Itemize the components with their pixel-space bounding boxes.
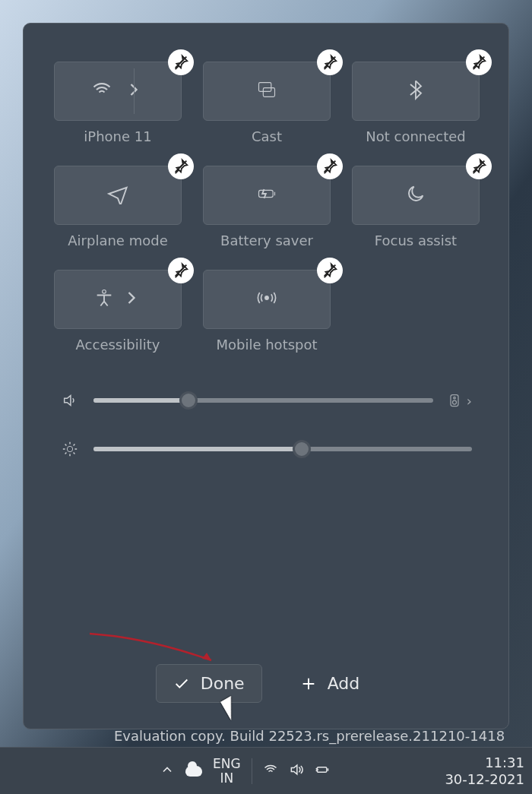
tile-label: Cast bbox=[203, 128, 331, 144]
svg-rect-0 bbox=[259, 83, 271, 92]
plus-icon bbox=[300, 675, 317, 692]
tile-hotspot: Mobile hotspot bbox=[203, 270, 331, 353]
hotspot-icon bbox=[256, 287, 277, 312]
tiles-grid: iPhone 11 Cast Not conne bbox=[54, 62, 478, 353]
unpin-button[interactable] bbox=[317, 153, 343, 179]
wifi-icon bbox=[91, 79, 112, 103]
clock-date: 30-12-2021 bbox=[445, 771, 524, 788]
bluetooth-icon bbox=[405, 79, 426, 103]
unpin-button[interactable] bbox=[317, 49, 343, 75]
volume-tray-icon bbox=[289, 762, 304, 780]
clock-time: 11:31 bbox=[445, 754, 524, 771]
svg-point-4 bbox=[265, 296, 269, 300]
tile-label: Battery saver bbox=[203, 233, 331, 248]
tile-label: Airplane mode bbox=[54, 233, 182, 248]
battery-tray-icon bbox=[315, 762, 330, 780]
clock-button[interactable]: 11:31 30-12-2021 bbox=[445, 754, 524, 787]
svg-point-6 bbox=[454, 397, 456, 399]
svg-point-3 bbox=[103, 290, 106, 294]
tile-label: Accessibility bbox=[54, 337, 182, 353]
moon-icon bbox=[405, 183, 426, 207]
quick-settings-panel: iPhone 11 Cast Not conne bbox=[23, 23, 509, 729]
chevron-right-icon[interactable] bbox=[123, 79, 144, 103]
chevron-right-icon[interactable] bbox=[121, 287, 142, 312]
svg-point-8 bbox=[67, 446, 72, 451]
done-button[interactable]: Done bbox=[156, 664, 262, 703]
hotspot-button[interactable] bbox=[203, 270, 331, 329]
tile-label: Not connected bbox=[352, 128, 480, 144]
done-label: Done bbox=[201, 674, 245, 693]
accessibility-button[interactable] bbox=[54, 270, 182, 329]
svg-rect-1 bbox=[263, 88, 274, 97]
unpin-button[interactable] bbox=[317, 258, 343, 283]
tile-cast: Cast bbox=[203, 62, 331, 144]
add-label: Add bbox=[328, 674, 360, 693]
chevron-right-icon: › bbox=[467, 393, 472, 409]
unpin-button[interactable] bbox=[168, 49, 194, 75]
tile-bluetooth: Not connected bbox=[352, 62, 480, 144]
wifi-button[interactable] bbox=[54, 62, 182, 121]
accessibility-icon bbox=[93, 287, 115, 312]
edit-footer: Done Add bbox=[24, 664, 508, 703]
language-button[interactable]: ENG IN bbox=[213, 757, 241, 785]
language-top: ENG bbox=[213, 757, 241, 771]
focus-assist-button[interactable] bbox=[352, 166, 480, 225]
unpin-button[interactable] bbox=[168, 258, 194, 283]
brightness-row bbox=[54, 441, 478, 457]
check-icon bbox=[173, 675, 190, 692]
audio-output-button[interactable]: › bbox=[447, 392, 472, 409]
tile-focus-assist: Focus assist bbox=[352, 166, 480, 248]
onedrive-icon[interactable] bbox=[185, 766, 202, 777]
cast-icon bbox=[256, 79, 277, 103]
brightness-icon bbox=[60, 441, 80, 457]
unpin-button[interactable] bbox=[168, 153, 194, 179]
battery-saver-icon bbox=[256, 183, 277, 207]
annotation-arrow bbox=[86, 630, 223, 668]
language-bottom: IN bbox=[213, 771, 241, 786]
cast-button[interactable] bbox=[203, 62, 331, 121]
volume-slider[interactable] bbox=[93, 398, 433, 403]
volume-icon bbox=[60, 392, 80, 409]
airplane-icon bbox=[107, 183, 128, 207]
tile-battery-saver: Battery saver bbox=[203, 166, 331, 248]
tile-label: Mobile hotspot bbox=[203, 337, 331, 353]
brightness-slider[interactable] bbox=[93, 447, 472, 451]
tile-wifi: iPhone 11 bbox=[54, 62, 182, 144]
windows-watermark: Evaluation copy. Build 22523.rs_prerelea… bbox=[114, 728, 505, 744]
volume-row: › bbox=[54, 392, 478, 409]
tile-label: iPhone 11 bbox=[54, 128, 182, 144]
tray-overflow-button[interactable] bbox=[160, 762, 175, 780]
bluetooth-button[interactable] bbox=[352, 62, 480, 121]
airplane-button[interactable] bbox=[54, 166, 182, 225]
system-tray[interactable] bbox=[263, 762, 330, 780]
taskbar: ENG IN 11:31 30-12-2021 bbox=[0, 747, 532, 794]
add-button[interactable]: Add bbox=[283, 664, 377, 703]
tile-accessibility: Accessibility bbox=[54, 270, 182, 353]
wifi-tray-icon bbox=[263, 762, 278, 780]
battery-saver-button[interactable] bbox=[203, 166, 331, 225]
unpin-button[interactable] bbox=[466, 153, 492, 179]
tile-label: Focus assist bbox=[352, 233, 480, 248]
tile-airplane: Airplane mode bbox=[54, 166, 182, 248]
separator bbox=[252, 758, 252, 784]
unpin-button[interactable] bbox=[466, 49, 492, 75]
svg-point-7 bbox=[452, 400, 456, 404]
